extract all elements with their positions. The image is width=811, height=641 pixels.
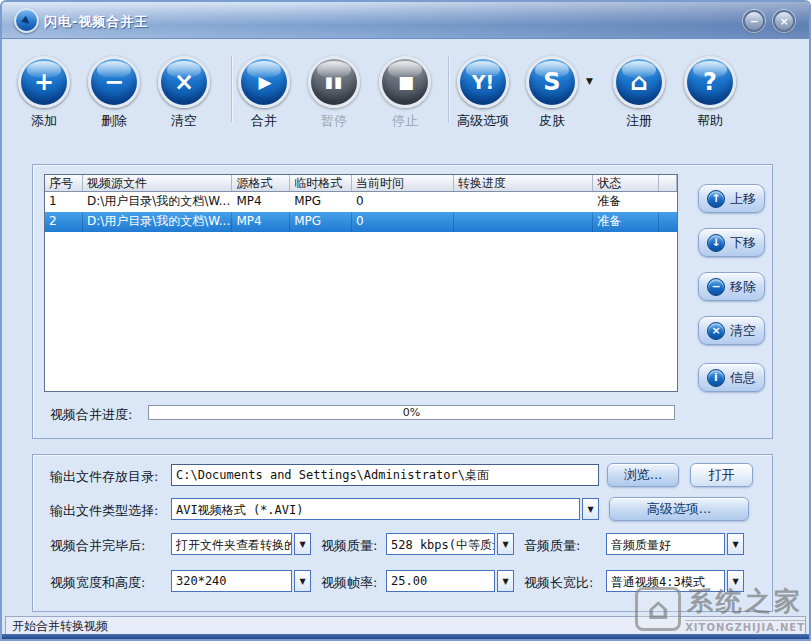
audio-quality-value: 音频质量好 [606, 533, 725, 555]
after-merge-value: 打开文件夹查看转换的 [171, 533, 292, 555]
minimize-button[interactable]: − [743, 10, 765, 32]
toolbar-advanced-options-button[interactable]: Y! 高级选项 [457, 56, 509, 130]
close-button[interactable]: × [773, 10, 795, 32]
move-up-button[interactable]: ↑ 上移 [698, 184, 765, 213]
cell-index: 2 [45, 212, 83, 232]
merge-progress-value: 0% [403, 406, 420, 419]
column-header-index[interactable]: 序号 [45, 175, 83, 191]
skin-icon: S [526, 56, 578, 108]
toolbar-delete-label: 删除 [88, 112, 140, 130]
home-icon: ⌂ [613, 56, 665, 108]
table-row[interactable]: 1 D:\用户目录\我的文档\W... MP4 MPG 0 准备 [45, 192, 677, 212]
move-down-button[interactable]: ↓ 下移 [698, 228, 765, 257]
advanced-options-button[interactable]: 高级选项... [609, 497, 749, 521]
dropdown-arrow-icon[interactable]: ▼ [497, 533, 514, 555]
window-title: 闪电-视频合并王 [44, 13, 148, 31]
remove-label: 移除 [730, 278, 756, 296]
clear-list-button[interactable]: × 清空 [698, 316, 765, 345]
toolbar-skin-label: 皮肤 [526, 112, 578, 130]
aspect-ratio-select[interactable]: 普通视频4:3模式 ▼ [606, 570, 744, 592]
clear-list-label: 清空 [730, 322, 756, 340]
minus-icon: − [707, 278, 725, 296]
cell-temp-format: MPG [290, 212, 352, 232]
output-type-label: 输出文件类型选择: [50, 502, 158, 520]
file-table[interactable]: 序号 视频源文件 源格式 临时格式 当前时间 转换进度 状态 1 D:\用户目录… [44, 174, 678, 392]
frame-rate-select[interactable]: 25.00 ▼ [386, 570, 514, 592]
move-down-label: 下移 [730, 234, 756, 252]
browse-button[interactable]: 浏览... [607, 463, 679, 487]
audio-quality-select[interactable]: 音频质量好 ▼ [606, 533, 744, 555]
open-button[interactable]: 打开 [690, 463, 753, 487]
column-header-status[interactable]: 状态 [593, 175, 659, 191]
dropdown-arrow-icon[interactable]: ▼ [294, 570, 311, 592]
dropdown-arrow-icon[interactable]: ▼ [582, 498, 599, 520]
output-type-value: AVI视频格式 (*.AVI) [171, 498, 580, 520]
add-icon: + [18, 56, 70, 108]
cross-icon: × [158, 56, 210, 108]
toolbar-pause-label: 暂停 [308, 112, 360, 130]
output-settings-panel: 输出文件存放目录: 浏览... 打开 输出文件类型选择: AVI视频格式 (*.… [32, 454, 773, 612]
window-bottom-edge [2, 634, 809, 639]
toolbar-add-button[interactable]: + 添加 [18, 56, 70, 130]
info-button[interactable]: i 信息 [698, 363, 765, 392]
toolbar-clear-label: 清空 [158, 112, 210, 130]
toolbar-register-button[interactable]: ⌂ 注册 [613, 56, 665, 130]
toolbar-stop-label: 停止 [379, 112, 431, 130]
toolbar-register-label: 注册 [613, 112, 665, 130]
cell-source-file: D:\用户目录\我的文档\W... [83, 192, 233, 212]
video-size-select[interactable]: 320*240 ▼ [171, 570, 311, 592]
after-merge-label: 视频合并完毕后: [50, 537, 145, 555]
titlebar[interactable]: ▶ 闪电-视频合并王 − × [2, 2, 809, 39]
pause-icon: ▮▮ [308, 56, 360, 108]
minimize-icon: − [749, 15, 758, 28]
merge-progress-bar: 0% [148, 405, 675, 420]
toolbar-advanced-options-label: 高级选项 [447, 112, 519, 130]
stop-icon: ■ [379, 56, 431, 108]
output-dir-input[interactable] [171, 464, 599, 486]
dropdown-arrow-icon[interactable]: ▼ [294, 533, 311, 555]
cell-current-time: 0 [352, 212, 454, 232]
chevron-down-icon[interactable]: ▼ [586, 76, 593, 86]
column-header-source-file[interactable]: 视频源文件 [83, 175, 233, 191]
cell-filler [659, 212, 677, 232]
column-header-progress[interactable]: 转换进度 [454, 175, 594, 191]
toolbar-help-button[interactable]: ? 帮助 [684, 56, 736, 130]
question-icon: ? [684, 56, 736, 108]
dropdown-arrow-icon[interactable]: ▼ [497, 570, 514, 592]
toolbar-pause-button: ▮▮ 暂停 [308, 56, 360, 130]
frame-rate-value: 25.00 [386, 570, 495, 592]
toolbar-clear-button[interactable]: × 清空 [158, 56, 210, 130]
toolbar-help-label: 帮助 [684, 112, 736, 130]
minus-icon: − [88, 56, 140, 108]
toolbar-merge-label: 合并 [238, 112, 290, 130]
close-icon: × [779, 15, 788, 28]
toolbar-add-label: 添加 [18, 112, 70, 130]
frame-rate-label: 视频帧率: [321, 574, 377, 592]
dropdown-arrow-icon[interactable]: ▼ [727, 570, 744, 592]
column-header-temp-format[interactable]: 临时格式 [290, 175, 352, 191]
video-quality-label: 视频质量: [321, 537, 377, 555]
cell-filler [659, 192, 677, 212]
toolbar-delete-button[interactable]: − 删除 [88, 56, 140, 130]
video-quality-select[interactable]: 528 kbps(中等质量) ▼ [386, 533, 514, 555]
after-merge-select[interactable]: 打开文件夹查看转换的 ▼ [171, 533, 311, 555]
arrow-down-icon: ↓ [707, 234, 725, 252]
remove-button[interactable]: − 移除 [698, 272, 765, 301]
cell-source-format: MP4 [232, 212, 290, 232]
cell-temp-format: MPG [290, 192, 352, 212]
tools-icon: Y! [457, 56, 509, 108]
info-icon: i [707, 369, 725, 387]
dropdown-arrow-icon[interactable]: ▼ [727, 533, 744, 555]
toolbar-stop-button: ■ 停止 [379, 56, 431, 130]
column-header-source-format[interactable]: 源格式 [232, 175, 290, 191]
aspect-ratio-label: 视频长宽比: [524, 574, 593, 592]
cell-source-format: MP4 [232, 192, 290, 212]
audio-quality-label: 音频质量: [524, 537, 580, 555]
table-row-selected[interactable]: 2 D:\用户目录\我的文档\W... MP4 MPG 0 准备 [45, 212, 677, 232]
output-type-select[interactable]: AVI视频格式 (*.AVI) ▼ [171, 498, 599, 520]
status-text: 开始合并转换视频 [12, 619, 108, 633]
column-header-current-time[interactable]: 当前时间 [352, 175, 454, 191]
toolbar-skin-button[interactable]: S 皮肤 [526, 56, 578, 130]
video-size-value: 320*240 [171, 570, 292, 592]
toolbar-merge-button[interactable]: ▶ 合并 [238, 56, 290, 130]
